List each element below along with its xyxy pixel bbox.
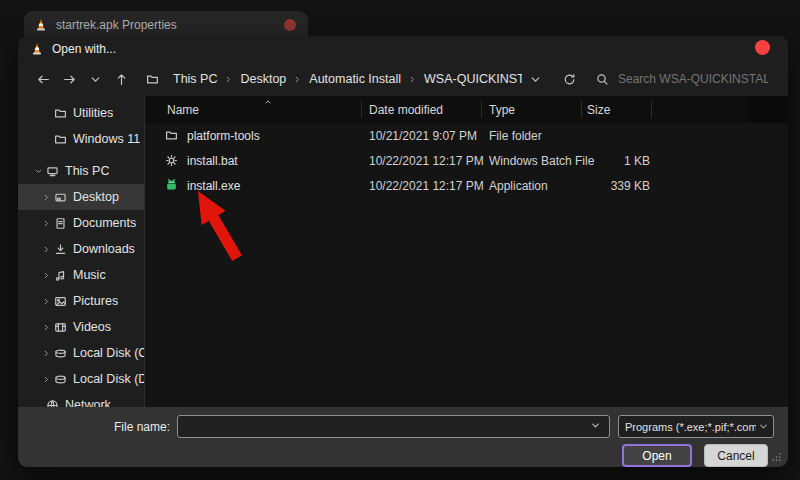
file-name-dropdown-icon[interactable] [590,420,601,431]
globe-icon [46,399,59,408]
file-type-select[interactable]: Programs (*.exe;*.pif;*.com;*.ba [618,415,774,438]
folder-icon [54,107,67,120]
sidebar-item-this-pc[interactable]: This PC [18,158,144,184]
dialog-content: Utilities Windows 11 ins This PC Desktop… [18,96,788,407]
sidebar-item-network[interactable]: Network [18,392,144,407]
pictures-icon [54,295,67,308]
tree-expand-icon[interactable] [38,321,54,333]
breadcrumb-chevron-icon [408,75,417,84]
column-headers: Name Date modified Type Size [145,96,788,123]
tree-expand-icon[interactable] [38,269,54,281]
file-row-install-exe[interactable]: install.exe 10/22/2021 12:17 PM Applicat… [145,173,788,198]
chevron-down-icon [758,421,769,432]
recent-locations-button[interactable] [82,67,108,91]
forward-button[interactable] [56,67,82,91]
search-box[interactable] [596,71,774,87]
open-with-dialog: Open with... This PCDesktopAutomatic Ins… [18,36,788,467]
column-header-date-modified[interactable]: Date modified [369,103,443,117]
cancel-button[interactable]: Cancel [704,444,768,467]
sidebar-item-desktop[interactable]: Desktop [18,184,144,210]
column-separator[interactable] [481,101,482,118]
properties-window-title: startrek.apk Properties [56,18,177,32]
sidebar-item-windows-11-ins[interactable]: Windows 11 ins [18,126,144,152]
tree-expand-icon[interactable] [38,295,54,307]
back-button[interactable] [30,67,56,91]
up-button[interactable] [108,67,134,91]
folder-icon [165,129,178,142]
address-folder-icon [146,73,159,86]
dialog-footer: File name: Programs (*.exe;*.pif;*.com;*… [18,407,788,467]
file-type-value: Programs (*.exe;*.pif;*.com;*.ba [625,421,756,433]
navigation-bar: This PCDesktopAutomatic InstallWSA-QUICK… [18,62,788,96]
breadcrumb-item[interactable]: Automatic Install [305,70,405,88]
android-icon [165,179,178,192]
sidebar-item-local-disk-d-[interactable]: Local Disk (D:) [18,366,144,392]
tree-expand-icon[interactable] [38,191,54,203]
address-dropdown-button[interactable] [522,67,548,91]
column-separator[interactable] [361,101,362,118]
tree-expand-icon[interactable] [30,165,46,177]
breadcrumb-chevron-icon [224,75,233,84]
breadcrumb: This PCDesktopAutomatic InstallWSA-QUICK… [169,70,522,88]
music-icon [54,269,67,282]
navigation-tree: Utilities Windows 11 ins This PC Desktop… [18,96,145,407]
column-separator[interactable] [651,101,652,118]
dialog-title: Open with... [52,42,116,56]
disk-icon [54,347,67,360]
header-end-block [748,96,788,123]
file-list-pane: Name Date modified Type Size platform-to… [145,96,788,407]
column-header-size[interactable]: Size [587,103,610,117]
refresh-button[interactable] [556,67,582,91]
file-row-install-bat[interactable]: install.bat 10/22/2021 12:17 PM Windows … [145,148,788,173]
desktop-icon [54,191,67,204]
file-rows: platform-tools 10/21/2021 9:07 PM File f… [145,123,788,198]
file-row-platform-tools[interactable]: platform-tools 10/21/2021 9:07 PM File f… [145,123,788,148]
dialog-titlebar[interactable]: Open with... [18,36,788,62]
sidebar-item-pictures[interactable]: Pictures [18,288,144,314]
tree-expand-icon[interactable] [38,243,54,255]
sidebar-item-downloads[interactable]: Downloads [18,236,144,262]
open-button[interactable]: Open [622,444,692,467]
column-header-name[interactable]: Name [167,103,199,117]
videos-icon [54,321,67,334]
download-icon [54,243,67,256]
sort-ascending-icon [263,97,273,107]
breadcrumb-chevron-icon [293,75,302,84]
sidebar-item-utilities[interactable]: Utilities [18,100,144,126]
pc-icon [46,165,59,178]
folder-icon [54,133,67,146]
recording-dot-dim [284,19,296,31]
document-icon [54,217,67,230]
column-separator[interactable] [581,101,582,118]
sidebar-item-local-disk-c-[interactable]: Local Disk (C:) [18,340,144,366]
recording-dot [755,40,770,55]
tree-expand-icon[interactable] [38,347,54,359]
column-header-type[interactable]: Type [489,103,515,117]
breadcrumb-item[interactable]: Desktop [236,70,290,88]
sidebar-item-documents[interactable]: Documents [18,210,144,236]
gear-icon [165,154,178,167]
breadcrumb-item[interactable]: This PC [169,70,221,88]
tree-expand-icon[interactable] [38,217,54,229]
sidebar-item-music[interactable]: Music [18,262,144,288]
resize-grip[interactable] [771,451,782,462]
breadcrumb-item[interactable]: WSA-QUICKINSTALLwithADB [420,70,522,88]
properties-window-titlebar[interactable]: startrek.apk Properties [24,11,308,38]
vlc-cone-icon [34,18,48,32]
search-input[interactable] [616,71,770,87]
file-name-input[interactable] [177,415,610,438]
file-name-label: File name: [18,420,170,434]
disk-icon [54,373,67,386]
vlc-cone-icon [30,42,44,56]
tree-expand-icon[interactable] [38,373,54,385]
search-icon [596,73,609,86]
sidebar-item-videos[interactable]: Videos [18,314,144,340]
